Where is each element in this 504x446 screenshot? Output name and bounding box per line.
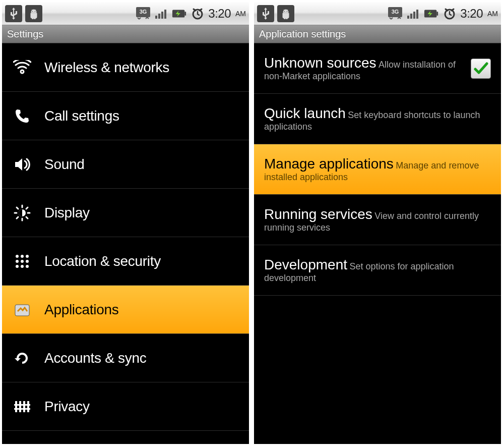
- svg-rect-27: [14, 408, 30, 410]
- svg-text:3G: 3G: [140, 9, 147, 15]
- svg-rect-32: [407, 16, 409, 19]
- settings-item-privacy[interactable]: Privacy: [2, 382, 249, 431]
- settings-item-label: Accounts & sync: [44, 350, 240, 366]
- status-time: 3:20: [460, 7, 483, 21]
- settings-item-label: Sound: [44, 156, 240, 173]
- svg-point-29: [287, 11, 288, 12]
- status-ampm: AM: [235, 10, 246, 18]
- phone-settings: 3G 3:20 AM Settings Wireless & networks: [2, 2, 249, 444]
- app-item-title: Quick launch: [264, 105, 346, 121]
- settings-item-accounts[interactable]: Accounts & sync: [2, 334, 249, 382]
- usb-icon: [5, 5, 22, 22]
- settings-item-applications[interactable]: Applications: [2, 286, 249, 334]
- svg-rect-22: [15, 401, 17, 412]
- settings-item-label: Display: [44, 205, 240, 221]
- status-bar: 3G 3:20 AM: [2, 2, 249, 25]
- alarm-icon: [442, 6, 457, 21]
- screen-title-text: Settings: [7, 28, 43, 40]
- app-item-title: Unknown sources: [264, 55, 376, 71]
- checkmark-icon: [473, 61, 488, 76]
- app-settings-list: Unknown sources Allow installation of no…: [254, 43, 501, 444]
- settings-item-display[interactable]: Display: [2, 189, 249, 237]
- settings-item-label: Wireless & networks: [44, 60, 240, 76]
- screen-title: Settings: [2, 25, 249, 43]
- settings-item-location[interactable]: Location & security: [2, 237, 249, 286]
- grid-icon: [11, 250, 33, 272]
- settings-item-call[interactable]: Call settings: [2, 92, 249, 140]
- settings-item-label: Location & security: [44, 253, 240, 269]
- app-item-manage-applications[interactable]: Manage applications Manage and remove in…: [254, 144, 501, 195]
- svg-point-1: [35, 11, 36, 12]
- status-time: 3:20: [208, 7, 231, 21]
- svg-point-18: [16, 265, 19, 268]
- unknown-sources-checkbox[interactable]: [471, 59, 491, 79]
- screen-title-text: Application settings: [259, 28, 346, 40]
- settings-item-label: Privacy: [44, 399, 240, 415]
- svg-rect-23: [19, 401, 21, 412]
- privacy-fence-icon: [11, 396, 33, 418]
- svg-point-15: [16, 260, 19, 263]
- battery-charging-icon: [424, 6, 439, 21]
- network-3g-icon: 3G: [388, 6, 403, 21]
- network-3g-icon: 3G: [136, 6, 151, 21]
- svg-text:3G: 3G: [392, 9, 399, 15]
- alarm-icon: [190, 6, 205, 21]
- svg-rect-26: [14, 404, 30, 406]
- svg-point-13: [21, 255, 24, 258]
- settings-item-label: Applications: [44, 302, 240, 318]
- svg-rect-6: [161, 12, 163, 19]
- settings-list: Wireless & networks Call settings Sound …: [2, 43, 249, 444]
- phone-icon: [11, 105, 33, 127]
- svg-rect-4: [155, 16, 157, 19]
- svg-point-19: [21, 265, 24, 268]
- svg-rect-37: [437, 12, 438, 16]
- svg-rect-33: [410, 14, 412, 19]
- screen-title: Application settings: [254, 25, 501, 43]
- app-item-title: Manage applications: [264, 156, 394, 172]
- phone-application-settings: 3G 3:20 AM Application settings Unknown …: [254, 2, 501, 444]
- app-item-title: Development: [264, 257, 347, 272]
- svg-rect-25: [27, 401, 29, 412]
- sync-icon: [11, 347, 33, 369]
- usb-icon: [257, 5, 274, 22]
- svg-point-12: [16, 255, 19, 258]
- applications-icon: [11, 299, 33, 321]
- app-item-running-services[interactable]: Running services View and control curren…: [254, 195, 501, 245]
- settings-item-wireless[interactable]: Wireless & networks: [2, 43, 249, 92]
- app-item-unknown-sources[interactable]: Unknown sources Allow installation of no…: [254, 43, 501, 94]
- android-debug-icon: [277, 5, 294, 22]
- svg-rect-9: [185, 12, 186, 16]
- status-bar: 3G 3:20 AM: [254, 2, 501, 25]
- signal-icon: [406, 6, 421, 21]
- speaker-icon: [11, 153, 33, 176]
- svg-rect-35: [416, 10, 418, 19]
- svg-rect-7: [164, 10, 166, 19]
- svg-rect-24: [23, 401, 25, 412]
- svg-rect-5: [158, 14, 160, 19]
- settings-item-sound[interactable]: Sound: [2, 140, 249, 189]
- status-ampm: AM: [487, 10, 498, 18]
- app-item-title: Running services: [264, 206, 372, 222]
- svg-point-0: [32, 11, 33, 12]
- wifi-icon: [11, 57, 33, 79]
- svg-point-28: [284, 11, 285, 12]
- settings-item-label: Call settings: [44, 108, 240, 124]
- svg-point-20: [26, 265, 29, 268]
- svg-rect-34: [413, 12, 415, 19]
- android-debug-icon: [25, 5, 42, 22]
- app-item-development[interactable]: Development Set options for application …: [254, 245, 501, 296]
- brightness-icon: [11, 202, 33, 224]
- app-item-quick-launch[interactable]: Quick launch Set keyboard shortcuts to l…: [254, 94, 501, 144]
- battery-charging-icon: [172, 6, 187, 21]
- svg-point-17: [26, 260, 29, 263]
- svg-point-14: [26, 255, 29, 258]
- svg-point-16: [21, 260, 24, 263]
- signal-icon: [154, 6, 169, 21]
